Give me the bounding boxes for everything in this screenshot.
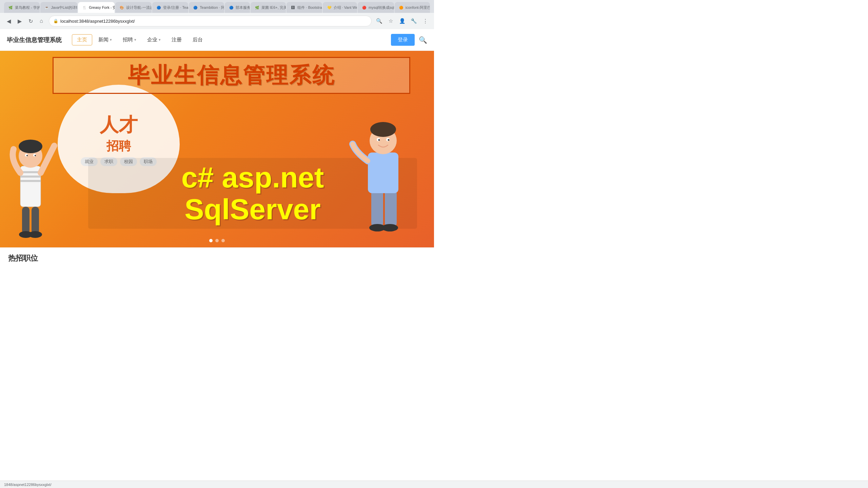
back-icon: ◀ [7, 18, 11, 24]
forward-button[interactable]: ▶ [15, 16, 24, 26]
tab-meirong[interactable]: 🌿 菜菌 IE6+, 完美支... ✕ [251, 2, 286, 13]
svg-point-22 [388, 139, 390, 141]
svg-rect-2 [20, 176, 41, 178]
tab-caoniao[interactable]: 🌿 菜鸟教程 - 学的不... ✕ [4, 2, 40, 13]
nav-label-jobs: 招聘 [123, 37, 133, 43]
tab-favicon-7: 🔵 [229, 5, 234, 10]
tab-label-7: 部本服务 [236, 5, 250, 10]
svg-point-13 [28, 231, 42, 238]
nav-item-admin[interactable]: 后台 [188, 35, 208, 45]
svg-rect-10 [22, 207, 29, 234]
browser-actions: 🔍 ☆ 👤 🔧 ⋮ [374, 16, 430, 26]
site-header: 毕业生信息管理系统 主页 新闻 ▾ 招聘 ▾ 企业 ▾ 注册 后台 [0, 29, 434, 51]
search-browser-icon: 🔍 [376, 18, 382, 24]
nav-label-company: 企业 [147, 37, 157, 43]
bottom-section: 热招职位 [0, 247, 434, 269]
tab-greasy[interactable]: 🍴 Greasy Fork - 安全... ✕ [78, 2, 115, 13]
header-right: 登录 🔍 [391, 34, 427, 46]
svg-rect-1 [20, 171, 41, 173]
nav-item-home[interactable]: 主页 [72, 34, 92, 45]
svg-point-8 [26, 155, 28, 156]
forward-icon: ▶ [18, 18, 22, 24]
svg-rect-16 [368, 152, 398, 193]
tab-label-3: Greasy Fork - 安全... [89, 5, 115, 10]
svg-rect-15 [385, 190, 397, 227]
svg-point-18 [370, 122, 396, 137]
reload-icon: ↻ [28, 18, 33, 24]
url-text: localhost:3848/aspnet12286bysxxglxt/ [60, 19, 135, 24]
nav-menu: 主页 新闻 ▾ 招聘 ▾ 企业 ▾ 注册 后台 [72, 34, 391, 45]
address-bar[interactable]: 🔒 localhost:3848/aspnet12286bysxxglxt/ [49, 16, 372, 26]
extensions-button[interactable]: 🔧 [409, 16, 418, 26]
bubble-main-text: 人才 [100, 112, 138, 138]
tab-favicon-1: 🌿 [8, 5, 13, 10]
svg-point-24 [382, 224, 398, 231]
star-icon: ☆ [389, 18, 393, 24]
tab-favicon-10: 💛 [327, 5, 332, 10]
tab-label-6: Teambition · 阿里... [200, 5, 224, 10]
tab-label-4: 设计导航-一流设计... [126, 5, 152, 10]
tab-label-8: 菜菌 IE6+, 完美支... [261, 5, 286, 10]
search-icon: 🔍 [419, 36, 427, 44]
person-right-figure [346, 98, 427, 247]
tab-favicon-9: 🅱 [291, 5, 295, 10]
home-button[interactable]: ⌂ [37, 16, 46, 26]
tab-mysql[interactable]: 🔴 mysql转换成sqlser... ✕ [358, 2, 394, 13]
carousel-dots [209, 239, 225, 242]
hero-title-box: 毕业生信息管理系统 [53, 57, 410, 94]
carousel-dot-3[interactable] [221, 239, 225, 242]
tab-teambition[interactable]: 🔵 Teambition · 阿里... ✕ [189, 2, 224, 13]
hot-jobs-title: 热招职位 [8, 254, 38, 262]
tab-iconfont[interactable]: 🟠 iconfont-阿里巴巴... ✕ [395, 2, 430, 13]
nav-label-admin: 后台 [193, 37, 203, 43]
tab-teambition-login[interactable]: 🔵 登录/注册 · Teamb... ✕ [152, 2, 188, 13]
search-button[interactable]: 🔍 [419, 36, 427, 44]
tab-java[interactable]: ☕ Java中List的详细用... ✕ [40, 2, 78, 13]
nav-item-jobs[interactable]: 招聘 ▾ [118, 35, 141, 45]
carousel-dot-1[interactable] [209, 239, 213, 242]
svg-point-5 [19, 140, 42, 153]
nav-label-register: 注册 [172, 37, 182, 43]
tab-design[interactable]: 🎨 设计导航-一流设计... ✕ [115, 2, 152, 13]
hero-title-text: 毕业生信息管理系统 [128, 63, 335, 87]
profile-button[interactable]: 👤 [397, 16, 407, 26]
tab-favicon-2: ☕ [44, 5, 49, 10]
site-logo: 毕业生信息管理系统 [7, 36, 62, 44]
tab-favicon-12: 🟠 [399, 5, 403, 10]
browser-toolbar: ◀ ▶ ↻ ⌂ 🔒 localhost:3848/aspnet12286bysx… [0, 13, 434, 29]
tab-label-11: mysql转换成sqlser... [369, 5, 394, 10]
person-right-svg [346, 105, 420, 247]
website-content: 毕业生信息管理系统 主页 新闻 ▾ 招聘 ▾ 企业 ▾ 注册 后台 [0, 29, 434, 269]
svg-rect-11 [32, 207, 39, 234]
lock-icon: 🔒 [53, 19, 58, 23]
back-button[interactable]: ◀ [4, 16, 14, 26]
tab-label-12: iconfont-阿里巴巴... [406, 5, 430, 10]
bubble-sub-text: 招聘 [106, 138, 131, 155]
svg-point-9 [35, 155, 36, 156]
nav-label-home: 主页 [77, 37, 87, 43]
tab-vant[interactable]: 💛 介绍 · Vant Weapp ✕ [323, 2, 357, 13]
tab-bootstrap[interactable]: 🅱 组件 · Bootstrap v... ✕ [287, 2, 322, 13]
tab-label-9: 组件 · Bootstrap v... [297, 5, 322, 10]
carousel-dot-2[interactable] [215, 239, 219, 242]
tab-favicon-4: 🎨 [119, 5, 124, 10]
nav-item-register[interactable]: 注册 [167, 35, 186, 45]
search-browser-button[interactable]: 🔍 [374, 16, 384, 26]
chevron-down-icon-company: ▾ [159, 38, 161, 42]
tab-favicon-6: 🔵 [193, 5, 198, 10]
menu-icon: ⋮ [423, 18, 428, 24]
tabs-bar: 🌿 菜鸟教程 - 学的不... ✕ ☕ Java中List的详细用... ✕ 🍴… [0, 0, 434, 13]
nav-item-news[interactable]: 新闻 ▾ [94, 35, 117, 45]
tab-favicon-3: 🍴 [82, 5, 87, 10]
home-icon: ⌂ [40, 18, 43, 24]
menu-button[interactable]: ⋮ [420, 16, 430, 26]
chevron-down-icon-news: ▾ [110, 38, 112, 42]
svg-point-21 [378, 139, 380, 141]
star-button[interactable]: ☆ [386, 16, 395, 26]
tab-service[interactable]: 🔵 部本服务 ✕ [225, 2, 250, 13]
login-button[interactable]: 登录 [391, 34, 415, 46]
extensions-icon: 🔧 [411, 18, 417, 24]
reload-button[interactable]: ↻ [26, 16, 35, 26]
profile-icon: 👤 [399, 18, 406, 24]
nav-item-company[interactable]: 企业 ▾ [142, 35, 165, 45]
